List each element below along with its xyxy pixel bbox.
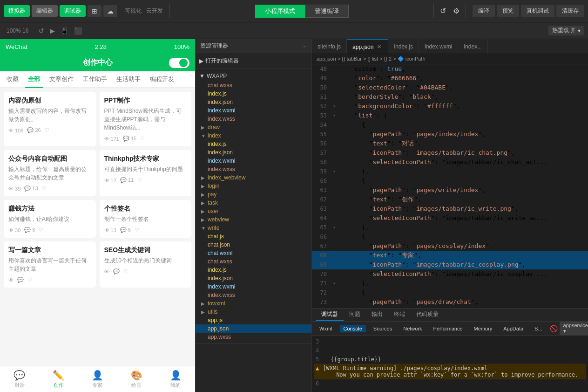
play-icon[interactable]: ▶ xyxy=(48,26,57,35)
console-clear-icon[interactable]: 🚫 xyxy=(550,325,558,332)
sim-card[interactable]: Thinkphp技术专家 可直接提问关于Thinkphp的问题 👁 12 💬 1… xyxy=(100,150,192,196)
sim-card[interactable]: SEO生成关键词 生成10个相近的热门关键词 👁 💬 ♡ xyxy=(100,241,192,288)
console-tab-S...[interactable]: S... xyxy=(531,325,546,332)
bottom-tab-调试器[interactable]: 调试器 xyxy=(316,309,344,321)
compile-btn[interactable]: 编译 xyxy=(473,5,495,17)
tree-item-index.wxml[interactable]: index.wxml xyxy=(196,282,311,291)
tree-item-chat.wxss[interactable]: chat.wxss xyxy=(196,257,311,266)
tree-item-app.js[interactable]: app.js xyxy=(196,316,311,324)
bottom-tab-问题[interactable]: 问题 xyxy=(344,309,366,321)
tree-item-index.wxss[interactable]: index.wxss xyxy=(196,165,311,173)
sim-card[interactable]: 赚钱方法 如何赚钱，让AI给你建议 👁 30 💬 8 ♡ xyxy=(4,200,96,238)
tree-item-index.json[interactable]: index.json xyxy=(196,148,311,157)
close-tab-icon[interactable]: ✕ xyxy=(376,43,382,50)
tree-item-index_webview[interactable]: ▶ index_webview xyxy=(196,173,311,182)
console-tab-Sources[interactable]: Sources xyxy=(370,325,396,332)
tree-item-index[interactable]: ▼ index xyxy=(196,131,311,140)
line-fold[interactable]: ▾ xyxy=(331,111,338,120)
line-fold[interactable]: ▾ xyxy=(331,167,338,176)
tree-item-chat.json[interactable]: chat.json xyxy=(196,241,311,249)
more-icon[interactable]: ··· xyxy=(302,43,307,49)
tree-item-write[interactable]: ▼ write xyxy=(196,224,311,232)
editor-tab-index.js[interactable]: index.js xyxy=(388,39,419,54)
tree-item-index.js[interactable]: index.js xyxy=(196,266,311,274)
hot-reload-dropdown[interactable]: 热重载 开 ▾ xyxy=(548,26,584,35)
phone-icon[interactable]: 📱 xyxy=(59,26,70,35)
tree-item-app.wxss[interactable]: app.wxss xyxy=(196,333,311,341)
tree-item-index.js[interactable]: index.js xyxy=(196,140,311,148)
line-fold[interactable] xyxy=(331,241,338,251)
sim-card[interactable]: 公众号内容自动配图 输入标题，给你一篇高质量的公众号并自动配文的文章 👁 39 … xyxy=(4,150,96,196)
editor-tab-app.json[interactable]: app.json✕ xyxy=(347,39,388,54)
tree-item-index.wxml[interactable]: index.wxml xyxy=(196,157,311,165)
tree-item-towxml[interactable]: ▶ towxml xyxy=(196,299,311,308)
console-tab-Network[interactable]: Network xyxy=(399,325,426,332)
line-fold[interactable]: ▾ xyxy=(331,102,338,111)
sim-toggle[interactable] xyxy=(169,58,189,68)
editor-btn[interactable]: 编辑器 xyxy=(32,5,58,17)
line-fold[interactable] xyxy=(331,288,338,297)
line-fold[interactable]: ▾ xyxy=(331,279,338,288)
line-fold[interactable] xyxy=(331,195,338,204)
stop-icon[interactable]: ⬛ xyxy=(72,26,84,35)
line-fold[interactable] xyxy=(331,269,338,279)
console-tab-Console[interactable]: Console xyxy=(340,325,366,332)
line-fold[interactable] xyxy=(331,260,338,269)
sim-nav-item-我的[interactable]: 👤 我的 xyxy=(156,366,195,392)
wxapp-header[interactable]: ▼ WXAPP xyxy=(196,71,311,81)
line-fold[interactable] xyxy=(331,148,338,158)
tree-item-draw[interactable]: ▶ draw xyxy=(196,123,311,131)
editor-tab-index.wxml[interactable]: index.wxml xyxy=(419,39,458,54)
line-fold[interactable] xyxy=(331,74,338,83)
bottom-tab-代码质量[interactable]: 代码质量 xyxy=(411,309,444,321)
console-tab-Performance[interactable]: Performance xyxy=(430,325,466,332)
line-fold[interactable]: ▾ xyxy=(331,223,338,232)
sim-nav-item-创作[interactable]: ✏️ 创作 xyxy=(39,366,78,392)
open-editors-header[interactable]: ▶ 打开的编辑器 xyxy=(196,55,311,67)
clear-cache-btn[interactable]: 清缓存 xyxy=(556,5,584,17)
tree-item-utils[interactable]: ▶ utils xyxy=(196,308,311,316)
line-fold[interactable] xyxy=(331,213,338,223)
tree-item-login[interactable]: ▶ login xyxy=(196,182,311,190)
line-fold[interactable] xyxy=(331,83,338,92)
real-debug-btn[interactable]: 真机调试 xyxy=(521,5,554,17)
line-fold[interactable] xyxy=(331,120,338,130)
tree-item-chat.js[interactable]: chat.js xyxy=(196,232,311,241)
tree-item-index.wxss[interactable]: index.wxss xyxy=(196,291,311,299)
appservice-selector[interactable]: appservice ▾ xyxy=(560,322,588,335)
tree-item-webview[interactable]: ▶ webview xyxy=(196,215,311,224)
tree-item-chat.wxml[interactable]: chat.wxml xyxy=(196,249,311,257)
normal-compile-btn[interactable]: 普通编译 xyxy=(305,5,349,18)
line-fold[interactable] xyxy=(331,251,338,260)
tree-item-pay[interactable]: ▶ pay xyxy=(196,190,311,199)
tree-item-index.wxss[interactable]: index.wxss xyxy=(196,115,311,123)
sim-card[interactable]: 个性签名 制作一条个性签名 👁 13 💬 6 ♡ xyxy=(100,200,192,238)
refresh-btn[interactable]: ↺ xyxy=(437,5,450,17)
bottom-tab-终端[interactable]: 终端 xyxy=(388,309,411,321)
visible-btn[interactable]: ⊞ xyxy=(88,5,101,17)
debug-btn[interactable]: 调试器 xyxy=(60,5,86,17)
console-tab-Memory[interactable]: Memory xyxy=(470,325,496,332)
sim-nav-item-对话[interactable]: 💬 对话 xyxy=(0,366,39,392)
sim-card[interactable]: 写一篇文章 用你喜欢的语言写一篇关于任何主题的文章 👁 💬 ♡ xyxy=(4,241,96,288)
tree-item-index.wxml[interactable]: index.wxml xyxy=(196,106,311,115)
preview-btn[interactable]: 预览 xyxy=(497,5,519,17)
line-fold[interactable] xyxy=(331,158,338,167)
editor-tab-index...[interactable]: index... xyxy=(458,39,488,54)
tree-item-index.json[interactable]: index.json xyxy=(196,274,311,282)
miniprogram-btn[interactable]: 小程序模式 xyxy=(255,5,305,18)
stop-btn[interactable]: ⚙ xyxy=(450,5,463,17)
line-fold[interactable] xyxy=(331,64,338,74)
reload-icon[interactable]: ↺ xyxy=(37,26,46,35)
cloud-btn[interactable]: ☁ xyxy=(103,5,117,17)
editor-tab-siteinfo.js[interactable]: siteinfo.js xyxy=(312,39,347,54)
line-fold[interactable] xyxy=(331,297,338,307)
sim-nav-item-绘画[interactable]: 🎨 绘画 xyxy=(117,366,156,392)
line-fold[interactable] xyxy=(331,186,338,195)
console-tab-AppData[interactable]: AppData xyxy=(500,325,527,332)
line-fold[interactable] xyxy=(331,232,338,241)
console-tab-Wxml[interactable]: Wxml xyxy=(316,325,336,332)
line-fold[interactable] xyxy=(331,92,338,102)
sim-tab-工作助手[interactable]: 工作助手 xyxy=(80,71,110,88)
line-fold[interactable] xyxy=(331,204,338,213)
